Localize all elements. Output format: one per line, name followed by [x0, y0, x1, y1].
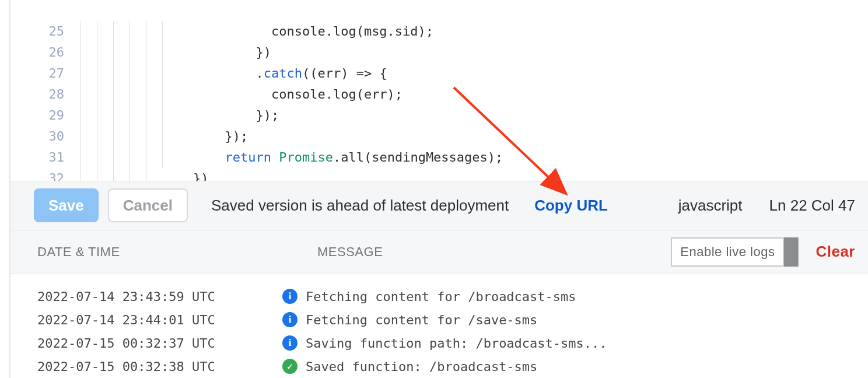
- log-timestamp: 2022-07-15 00:32:38 UTC: [37, 359, 282, 374]
- log-row: 2022-07-14 23:43:59 UTCFetching content …: [37, 285, 868, 308]
- line-number: 30: [10, 126, 64, 147]
- log-timestamp: 2022-07-15 00:32:37 UTC: [37, 336, 282, 351]
- cancel-button[interactable]: Cancel: [108, 188, 188, 222]
- code-area[interactable]: .then((msg) => { console.log(msg.sid); }…: [80, 0, 868, 181]
- line-number: 28: [10, 84, 64, 105]
- log-timestamp: 2022-07-14 23:44:01 UTC: [37, 313, 282, 327]
- info-circle-icon: [282, 335, 298, 351]
- deploy-status-text: Saved version is ahead of latest deploym…: [211, 197, 509, 215]
- log-message: Fetching content for /save-sms: [306, 313, 537, 327]
- toggle-handle[interactable]: [783, 237, 798, 267]
- info-circle-icon: [282, 312, 298, 327]
- line-number: 25: [10, 21, 64, 42]
- line-number: 26: [10, 42, 64, 63]
- cursor-position: Ln 22 Col 47: [769, 197, 855, 215]
- code-line[interactable]: console.log(err);: [80, 84, 868, 105]
- copy-url-link[interactable]: Copy URL: [534, 197, 608, 215]
- log-row: 2022-07-15 00:32:37 UTCSaving function p…: [37, 331, 868, 355]
- line-number: 32: [10, 168, 64, 181]
- code-line[interactable]: console.log(msg.sid);: [80, 21, 868, 42]
- log-header-message: MESSAGE: [317, 244, 671, 260]
- log-list: 2022-07-14 23:43:59 UTCFetching content …: [10, 274, 868, 378]
- log-message: Fetching content for /broadcast-sms: [306, 289, 576, 304]
- log-row: 2022-07-14 23:44:01 UTCFetching content …: [37, 308, 868, 331]
- log-header-datetime: DATE & TIME: [37, 244, 317, 260]
- save-button[interactable]: Save: [34, 188, 99, 222]
- line-gutter: 242526272829303132: [10, 0, 80, 181]
- log-message: Saved function: /broadcast-sms: [306, 359, 537, 374]
- line-number: 27: [10, 63, 64, 84]
- code-line[interactable]: });: [80, 126, 868, 147]
- clear-logs-button[interactable]: Clear: [816, 243, 855, 261]
- code-editor[interactable]: 242526272829303132 .then((msg) => { cons…: [10, 0, 868, 181]
- live-logs-label: Enable live logs: [672, 244, 783, 260]
- code-line[interactable]: return Promise.all(sendingMessages);: [80, 147, 868, 168]
- log-timestamp: 2022-07-14 23:43:59 UTC: [37, 289, 282, 304]
- line-number: 31: [10, 147, 64, 168]
- code-line[interactable]: }): [80, 168, 868, 181]
- line-number: 29: [10, 105, 64, 126]
- code-line[interactable]: });: [80, 105, 868, 126]
- editor-toolbar: Save Cancel Saved version is ahead of la…: [10, 181, 868, 230]
- log-message: Saving function path: /broadcast-sms...: [306, 336, 607, 351]
- code-line[interactable]: }): [80, 42, 868, 63]
- check-circle-icon: [282, 359, 298, 374]
- code-line[interactable]: .catch((err) => {: [80, 63, 868, 84]
- log-row: 2022-07-15 00:32:38 UTCSaved function: /…: [37, 355, 868, 378]
- info-circle-icon: [282, 289, 298, 304]
- enable-live-logs-toggle[interactable]: Enable live logs: [671, 237, 799, 267]
- log-header: DATE & TIME MESSAGE Enable live logs Cle…: [10, 230, 868, 274]
- language-indicator: javascript: [678, 197, 743, 215]
